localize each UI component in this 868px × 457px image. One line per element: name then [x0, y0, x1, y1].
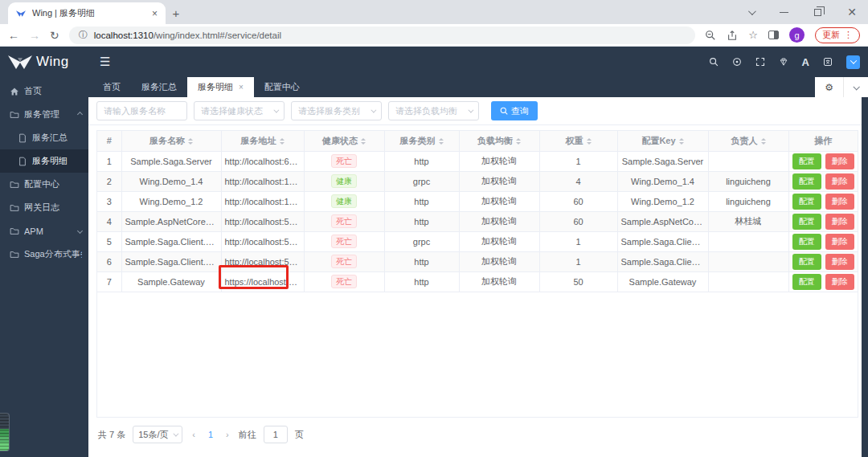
sort-caret-icon[interactable] [188, 138, 193, 145]
search-button[interactable]: 查询 [491, 101, 538, 120]
url-path: /wing/index.html#/service/detail [154, 31, 281, 40]
page-size-select[interactable]: 15条/页 [133, 426, 182, 443]
gear-icon[interactable]: ⚙ [815, 77, 843, 97]
cell-config-key: Sample.Saga.Client.Grpc [617, 231, 708, 251]
bookmark-star-icon[interactable]: ☆ [748, 29, 758, 41]
cell-load-balance: 加权轮询 [459, 251, 539, 271]
delete-button[interactable]: 删除 [825, 214, 854, 230]
sort-caret-icon[interactable] [280, 138, 285, 145]
address-bar[interactable]: ⓘ localhost:1310/wing/index.html#/servic… [69, 27, 696, 44]
config-button[interactable]: 配置 [792, 274, 821, 290]
sort-caret-icon[interactable] [587, 138, 592, 145]
service-category-select[interactable]: 请选择服务类别 [291, 101, 382, 120]
cell-load-balance: 加权轮询 [459, 211, 539, 231]
table-row-7: 7Sample.Gatewayhttps://localhost:44307死亡… [97, 271, 858, 292]
window-close-button[interactable]: ✕ [847, 6, 857, 18]
sort-caret-icon[interactable] [439, 138, 444, 145]
column-header-服务类别[interactable]: 服务类别 [384, 131, 459, 151]
column-header-配置Key[interactable]: 配置Key [617, 131, 708, 151]
delete-button[interactable]: 删除 [825, 194, 854, 210]
page-tab-服务汇总[interactable]: 服务汇总 [131, 77, 187, 97]
browser-tab[interactable]: Wing | 服务明细 × [8, 2, 166, 24]
load-balance-select[interactable]: 请选择负载均衡 [388, 101, 479, 120]
sidebar-item-配置中心[interactable]: 配置中心 [0, 173, 88, 196]
delete-button[interactable]: 删除 [825, 153, 854, 169]
share-icon[interactable] [727, 30, 738, 41]
column-header-健康状态[interactable]: 健康状态 [304, 131, 384, 151]
health-status-select[interactable]: 请选择健康状态 [194, 101, 285, 120]
page-tab-配置中心[interactable]: 配置中心 [254, 77, 310, 97]
sidebar-item-服务明细[interactable]: 服务明细 [0, 149, 88, 173]
chrome-update-button[interactable]: 更新 ⋮ [815, 27, 860, 43]
sort-caret-icon[interactable] [361, 138, 366, 145]
font-size-icon[interactable]: A [802, 56, 809, 68]
table-row-4: 4Sample.AspNetCoreSe...http://localhost:… [97, 211, 858, 231]
next-page-button[interactable]: › [223, 430, 231, 439]
tab-close-icon[interactable]: × [152, 8, 158, 19]
delete-button[interactable]: 删除 [825, 173, 854, 190]
tab-options-button[interactable]: ⚙ [815, 77, 868, 97]
sidebar-item-Saga分布式事务[interactable]: Saga分布式事务 [0, 243, 88, 266]
config-button[interactable]: 配置 [792, 173, 821, 190]
column-header-服务名称[interactable]: 服务名称 [121, 131, 221, 151]
column-header-权重[interactable]: 权重 [539, 131, 617, 151]
table-row-1: 1Sample.Saga.Serverhttp://localhost:6006… [97, 151, 858, 171]
new-tab-button[interactable]: + [166, 2, 186, 23]
health-status-badge: 健康 [331, 174, 357, 188]
cell-service-name: Wing.Demo_1.4 [121, 171, 221, 191]
delete-button[interactable]: 删除 [825, 254, 854, 270]
kebab-menu-icon[interactable]: ⋮ [844, 30, 853, 40]
side-panel-icon[interactable] [768, 31, 779, 39]
hamburger-menu-icon[interactable]: ☰ [88, 55, 110, 69]
config-button[interactable]: 配置 [792, 214, 821, 230]
sidebar-item-服务管理[interactable]: 服务管理 [0, 103, 88, 126]
sort-caret-icon[interactable] [516, 138, 521, 145]
sidebar-item-APM[interactable]: APM [0, 219, 88, 243]
sidebar-item-首页[interactable]: 首页 [0, 80, 88, 103]
delete-button[interactable]: 删除 [825, 274, 854, 290]
column-header-负责人[interactable]: 负责人 [708, 131, 788, 151]
sidebar-item-服务汇总[interactable]: 服务汇总 [0, 126, 88, 149]
profile-avatar[interactable]: g [789, 27, 805, 43]
reload-button[interactable]: ↻ [50, 29, 59, 42]
cell-category: grpc [384, 231, 459, 251]
chevron-down-icon[interactable] [843, 77, 868, 97]
cell-service-address: https://localhost:44307 [221, 271, 304, 292]
config-button[interactable]: 配置 [792, 194, 821, 210]
prev-page-button[interactable]: ‹ [190, 430, 198, 439]
search-icon[interactable] [709, 57, 719, 67]
window-minimize-button[interactable] [780, 12, 788, 13]
cell-service-address: http://localhost:5009 [221, 211, 304, 231]
sort-caret-icon[interactable] [761, 138, 766, 145]
target-icon[interactable] [732, 57, 742, 67]
equalizer-widget [0, 413, 10, 451]
fullscreen-icon[interactable] [755, 57, 765, 67]
sidebar-item-网关日志[interactable]: 网关日志 [0, 196, 88, 219]
cell-weight: 60 [539, 191, 617, 211]
goto-page-input[interactable] [264, 426, 288, 443]
column-header-服务地址[interactable]: 服务地址 [221, 131, 304, 151]
delete-button[interactable]: 删除 [825, 234, 854, 250]
forward-button[interactable]: → [29, 29, 40, 42]
tab-close-icon[interactable]: × [239, 83, 244, 92]
config-button[interactable]: 配置 [792, 254, 821, 270]
current-page[interactable]: 1 [205, 430, 216, 439]
site-info-icon[interactable]: ⓘ [79, 29, 88, 41]
tab-search-icon[interactable] [748, 7, 756, 15]
config-button[interactable]: 配置 [792, 234, 821, 250]
config-button[interactable]: 配置 [792, 153, 821, 169]
user-avatar-dropdown[interactable] [846, 55, 860, 69]
cell-load-balance: 加权轮询 [459, 191, 539, 211]
sort-caret-icon[interactable] [679, 138, 684, 145]
page-tab-服务明细[interactable]: 服务明细× [187, 77, 254, 97]
gem-icon[interactable] [779, 57, 788, 67]
zoom-out-icon[interactable] [705, 30, 716, 41]
cell-service-name: Sample.Gateway [121, 271, 221, 292]
i18n-icon[interactable] [823, 57, 833, 67]
column-header-负载均衡[interactable]: 负载均衡 [459, 131, 539, 151]
service-name-input[interactable] [96, 101, 187, 120]
window-restore-button[interactable] [814, 9, 821, 16]
table-row-2: 2Wing.Demo_1.4http://localhost:1410健康grp… [97, 171, 858, 191]
back-button[interactable]: ← [8, 29, 19, 42]
page-tab-首页[interactable]: 首页 [92, 77, 131, 97]
